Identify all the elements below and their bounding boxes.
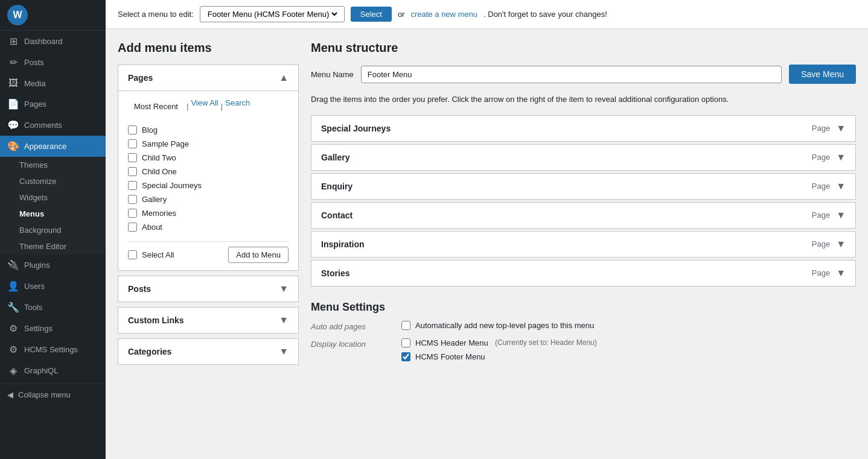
posts-accordion-label: Posts [128, 284, 151, 294]
custom-links-accordion-header[interactable]: Custom Links ▼ [118, 308, 298, 333]
sidebar-item-tools[interactable]: 🔧 Tools [0, 297, 106, 318]
menu-item[interactable]: Enquiry Page ▼ [311, 173, 856, 200]
page-checkbox-sample-page[interactable] [128, 139, 137, 148]
tab-view-all[interactable]: View All [191, 98, 218, 116]
sidebar-item-settings[interactable]: ⚙ Settings [0, 318, 106, 339]
save-menu-button[interactable]: Save Menu [789, 65, 856, 84]
pages-tabs: Most Recent | View All | Search [128, 98, 289, 116]
tab-search[interactable]: Search [225, 98, 250, 116]
custom-links-chevron-icon: ▼ [279, 315, 289, 326]
menu-item[interactable]: Contact Page ▼ [311, 202, 856, 229]
page-label: Special Journeys [142, 181, 202, 190]
sidebar-item-widgets[interactable]: Widgets [0, 189, 106, 206]
pages-accordion-header[interactable]: Pages ▲ [118, 65, 298, 90]
hcms-footer-menu-checkbox[interactable] [401, 352, 410, 361]
menu-item-type: Page [812, 268, 830, 277]
pages-list-item: Special Journeys [128, 179, 289, 192]
page-checkbox-child-two[interactable] [128, 153, 137, 162]
menu-item-right: Page ▼ [812, 181, 846, 192]
sidebar: W ⊞ Dashboard ✏ Posts 🖼 Media 📄 Pages 💬 … [0, 0, 106, 459]
sidebar-item-plugins[interactable]: 🔌 Plugins [0, 255, 106, 276]
menu-items-list: Special Journeys Page ▼ Gallery Page ▼ E… [311, 115, 856, 286]
hcms-footer-menu-label[interactable]: HCMS Footer Menu [401, 352, 597, 361]
topbar-or: or [398, 10, 405, 19]
sidebar-item-label: GraphiQL [24, 366, 58, 375]
sidebar-item-graphiql[interactable]: ◈ GraphiQL [0, 360, 106, 381]
menu-item-expand-icon[interactable]: ▼ [836, 181, 846, 192]
sidebar-item-background[interactable]: Background [0, 222, 106, 238]
sidebar-item-label: Tools [24, 303, 42, 312]
menu-item[interactable]: Gallery Page ▼ [311, 144, 856, 171]
menu-name-input[interactable] [361, 66, 782, 83]
sidebar-item-themes[interactable]: Themes [0, 157, 106, 173]
menu-item[interactable]: Stories Page ▼ [311, 260, 856, 286]
sidebar-item-comments[interactable]: 💬 Comments [0, 115, 106, 136]
sidebar-item-label: Dashboard [24, 37, 63, 46]
menu-settings-title: Menu Settings [311, 301, 856, 314]
display-location-row: Display location HCMS Header Menu (Curre… [311, 338, 856, 361]
posts-accordion-header[interactable]: Posts ▼ [118, 276, 298, 302]
page-checkbox-special-journeys[interactable] [128, 181, 137, 190]
drag-hint: Drag the items into the order you prefer… [311, 93, 856, 106]
menu-item[interactable]: Inspiration Page ▼ [311, 231, 856, 258]
auto-add-label: Auto add pages [311, 321, 389, 331]
dashboard-icon: ⊞ [7, 36, 19, 47]
categories-accordion-header[interactable]: Categories ▼ [118, 339, 298, 364]
hcms-header-menu-checkbox[interactable] [401, 338, 410, 347]
select-button[interactable]: Select [351, 7, 392, 22]
menu-item-name: Special Journeys [321, 124, 391, 133]
settings-icon: ⚙ [7, 323, 19, 334]
sidebar-item-label: HCMS Settings [24, 345, 78, 354]
select-all-checkbox[interactable] [128, 250, 137, 259]
menu-item-left: Inspiration [321, 239, 365, 249]
page-label: About [142, 223, 162, 232]
menu-item[interactable]: Special Journeys Page ▼ [311, 115, 856, 142]
sidebar-item-menus[interactable]: Menus [0, 206, 106, 222]
add-menu-items-title: Add menu items [118, 41, 299, 55]
sidebar-item-dashboard[interactable]: ⊞ Dashboard [0, 31, 106, 52]
sidebar-item-appearance[interactable]: 🎨 Appearance [0, 136, 106, 157]
sidebar-item-hcms-settings[interactable]: ⚙ HCMS Settings [0, 339, 106, 360]
hcms-header-menu-text: HCMS Header Menu [415, 338, 488, 347]
page-checkbox-memories[interactable] [128, 209, 137, 218]
menu-dropdown-wrapper[interactable]: Footer Menu (HCMS Footer Menu) [200, 6, 345, 22]
menu-item-left: Stories [321, 268, 349, 278]
menu-item-right: Page ▼ [812, 123, 846, 134]
menu-item-expand-icon[interactable]: ▼ [836, 123, 846, 134]
sidebar-item-users[interactable]: 👤 Users [0, 276, 106, 297]
page-label: Memories [142, 209, 176, 218]
pages-list-item: Child Two [128, 151, 289, 165]
menu-item-expand-icon[interactable]: ▼ [836, 152, 846, 163]
create-new-menu-link[interactable]: create a new menu [410, 10, 477, 19]
menu-item-name: Gallery [321, 153, 349, 162]
sidebar-item-posts[interactable]: ✏ Posts [0, 52, 106, 73]
menu-item-expand-icon[interactable]: ▼ [836, 239, 846, 250]
pages-icon: 📄 [7, 98, 19, 110]
menu-item-name: Inspiration [321, 239, 365, 249]
menu-item-expand-icon[interactable]: ▼ [836, 210, 846, 221]
page-checkbox-blog[interactable] [128, 125, 137, 135]
collapse-menu-button[interactable]: ◀ Collapse menu [0, 384, 106, 405]
menu-item-expand-icon[interactable]: ▼ [836, 268, 846, 279]
sidebar-item-theme-editor[interactable]: Theme Editor [0, 238, 106, 255]
display-location-options: HCMS Header Menu (Currently set to: Head… [401, 338, 597, 361]
add-to-menu-button[interactable]: Add to Menu [228, 247, 289, 263]
page-checkbox-gallery[interactable] [128, 195, 137, 204]
comments-icon: 💬 [7, 119, 19, 131]
sidebar-item-customize[interactable]: Customize [0, 173, 106, 189]
plugins-icon: 🔌 [7, 259, 19, 271]
menu-item-type: Page [812, 211, 830, 220]
sidebar-item-media[interactable]: 🖼 Media [0, 73, 106, 93]
pages-chevron-icon: ▲ [279, 72, 289, 83]
page-checkbox-about[interactable] [128, 223, 137, 232]
menu-select[interactable]: Footer Menu (HCMS Footer Menu) [205, 9, 339, 19]
custom-links-accordion: Custom Links ▼ [118, 307, 299, 334]
page-checkbox-child-one[interactable] [128, 167, 137, 176]
auto-add-checkbox[interactable] [401, 321, 410, 330]
sidebar-item-label: Plugins [24, 261, 50, 270]
auto-add-checkbox-label[interactable]: Automatically add new top-level pages to… [401, 321, 594, 330]
sidebar-item-pages[interactable]: 📄 Pages [0, 93, 106, 115]
select-all-label[interactable]: Select All [128, 248, 174, 262]
tab-most-recent[interactable]: Most Recent [128, 98, 184, 116]
hcms-header-menu-label[interactable]: HCMS Header Menu (Currently set to: Head… [401, 338, 597, 347]
